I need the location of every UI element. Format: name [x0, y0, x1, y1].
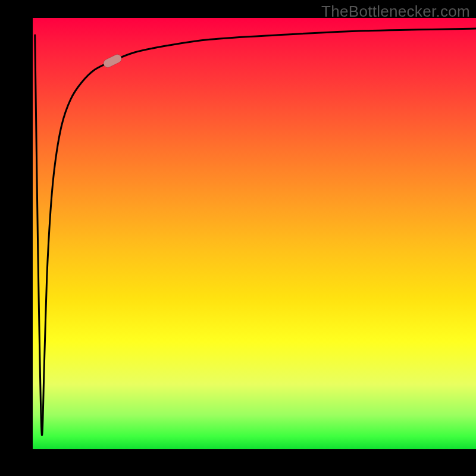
bottleneck-curve-svg [33, 18, 476, 449]
chart-frame: TheBottlenecker.com [0, 0, 476, 476]
curve-marker [102, 53, 123, 69]
bottleneck-curve-path [35, 29, 476, 435]
marker-pill-icon [102, 53, 123, 69]
plot-gradient-area [33, 18, 476, 449]
